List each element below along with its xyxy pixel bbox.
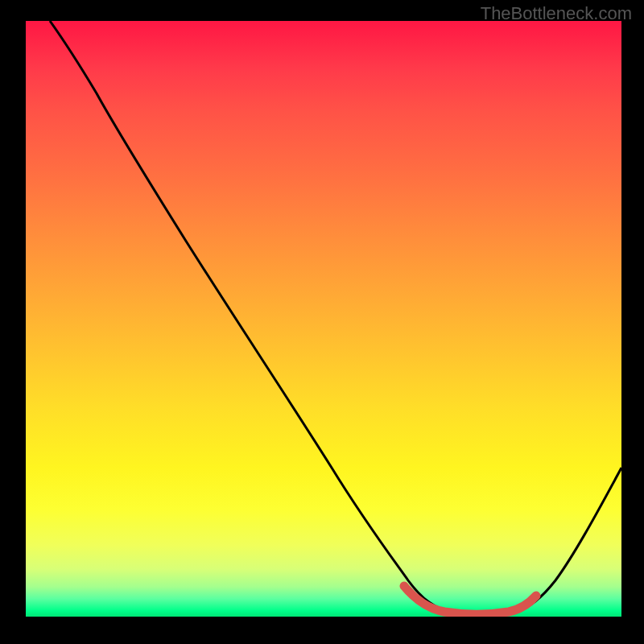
bottleneck-curve xyxy=(50,21,621,614)
chart-container: TheBottleneck.com xyxy=(0,0,644,644)
chart-svg xyxy=(26,21,621,617)
watermark-text: TheBottleneck.com xyxy=(481,3,632,24)
optimal-zone-curve xyxy=(404,586,536,614)
plot-area xyxy=(26,21,621,617)
